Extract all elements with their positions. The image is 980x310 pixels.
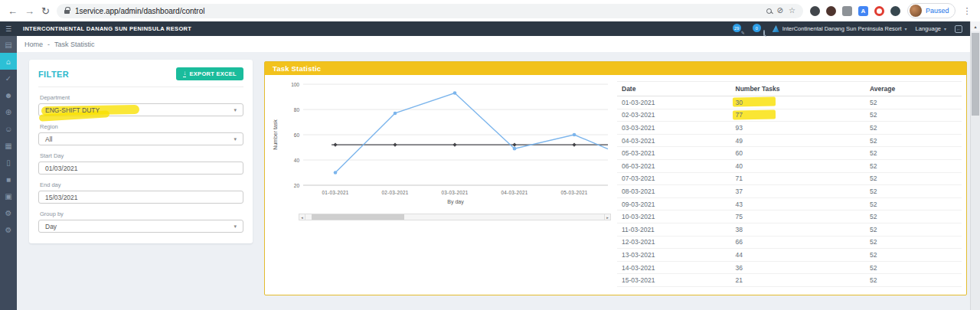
- translate-extension[interactable]: A: [858, 6, 868, 16]
- cell-date: 15-03-2021: [617, 274, 731, 287]
- forward-icon[interactable]: →: [24, 6, 34, 16]
- app-header: ☰ INTERCONTINENTAL DANANG SUN PENINSULA …: [0, 21, 970, 36]
- table-row: 07-03-20217152: [617, 172, 962, 185]
- sidebar-item-building[interactable]: ▦: [0, 137, 17, 154]
- cell-tasks: 37: [731, 185, 866, 198]
- svg-text:01-03-2021: 01-03-2021: [322, 190, 348, 195]
- sidebar-item-tasks-check[interactable]: ✓: [0, 70, 17, 86]
- bookmark-star-icon[interactable]: ☆: [789, 7, 795, 15]
- hotel-logo: [773, 25, 779, 32]
- table-row: 06-03-20214052: [617, 159, 962, 172]
- cell-date: 04-03-2021: [617, 134, 731, 147]
- sidebar-item-box[interactable]: ■: [0, 171, 17, 188]
- blocked-icon[interactable]: ⊘: [777, 7, 783, 15]
- filter-title: FILTER: [38, 70, 69, 79]
- browser-toolbar: ← → ↻ 1service.app/admin/dashboard/contr…: [0, 0, 980, 21]
- browser-menu-icon[interactable]: ⋮: [962, 6, 971, 16]
- page-scroll-thumb[interactable]: [972, 33, 979, 116]
- property-selector[interactable]: InterContinental Danang Sun Peninsula Re…: [773, 25, 907, 32]
- url-text[interactable]: 1service.app/admin/dashboard/control: [75, 7, 761, 15]
- tasks-value: 38: [736, 226, 743, 233]
- end-day-input[interactable]: 15/03/2021: [38, 191, 243, 204]
- main-content: FILTER ↓ EXPORT EXCEL DepartmentENG-SHIF…: [17, 52, 970, 310]
- profile-button[interactable]: Paused: [907, 3, 956, 18]
- cell-date: 05-03-2021: [617, 147, 731, 160]
- export-excel-button[interactable]: ↓ EXPORT EXCEL: [176, 67, 243, 80]
- hand-extension[interactable]: [826, 6, 836, 16]
- sidebar-item-device[interactable]: ▯: [0, 154, 17, 171]
- chart-scroll-thumb[interactable]: [312, 214, 404, 220]
- screen-extension[interactable]: [842, 6, 852, 16]
- cell-tasks: 75: [731, 210, 866, 224]
- chevron-down-icon: ▾: [234, 224, 237, 230]
- cell-average: 52: [865, 147, 962, 160]
- box-icon: ■: [6, 175, 11, 184]
- sidebar-item-user-add[interactable]: ☺: [0, 120, 17, 137]
- back-icon[interactable]: ←: [8, 6, 18, 16]
- chevron-down-icon: ▾: [905, 26, 907, 31]
- page-scrollbar[interactable]: ▴: [970, 21, 980, 310]
- sidebar-item-gears[interactable]: ⚙: [0, 204, 17, 221]
- control-value: All: [45, 135, 52, 143]
- control-value: Day: [45, 223, 57, 230]
- chevron-down-icon: ▾: [234, 136, 237, 142]
- cell-tasks: 71: [731, 172, 866, 185]
- cell-tasks: 93: [731, 122, 866, 135]
- breadcrumb: Home - Task Statistic: [17, 36, 970, 52]
- control-value: 15/03/2021: [45, 194, 78, 201]
- dashboard-list-icon: ▤: [5, 41, 11, 49]
- breadcrumb-home[interactable]: Home: [24, 41, 43, 48]
- field-label: Department: [40, 94, 243, 101]
- tasks-value: 66: [736, 238, 743, 246]
- sidebar-item-users[interactable]: ☻: [0, 86, 17, 103]
- device-icon: ▯: [6, 158, 11, 167]
- scroll-left-icon[interactable]: ◂: [299, 214, 305, 220]
- table-col-header: Date: [617, 82, 731, 96]
- tasks-value: 30: [736, 99, 743, 106]
- stats-table-wrap: DateNumber TasksAverage 01-03-2021305202…: [617, 78, 962, 287]
- property-name: InterContinental Danang Sun Peninsula Re…: [782, 25, 902, 32]
- adblock-extension[interactable]: [874, 6, 884, 16]
- sidebar-item-home[interactable]: ⌂: [0, 53, 17, 70]
- search-icon: [763, 30, 765, 36]
- chart-scroll-track[interactable]: [305, 214, 604, 220]
- chart-scrollbar[interactable]: ◂ ▸: [299, 214, 611, 220]
- cell-tasks: 21: [731, 274, 866, 287]
- department-select[interactable]: ENG-SHIFT DUTY▾: [38, 103, 243, 116]
- sidebar-item-calendar[interactable]: ▣: [0, 188, 17, 204]
- control-value: ENG-SHIFT DUTY: [45, 106, 100, 114]
- language-selector[interactable]: Language ▾: [916, 25, 946, 32]
- cell-average: 52: [865, 185, 962, 198]
- control-value: 01/03/2021: [45, 165, 78, 172]
- cell-date: 07-03-2021: [617, 172, 731, 185]
- table-header-row: DateNumber TasksAverage: [617, 82, 962, 96]
- tasks-value: 36: [736, 264, 743, 272]
- puzzle-extension[interactable]: [890, 6, 900, 16]
- scroll-up-icon[interactable]: ▴: [971, 21, 980, 31]
- chat-notifications-button[interactable]: 29 ✎: [733, 24, 744, 34]
- logout-icon[interactable]: ←: [955, 25, 962, 33]
- group-by-select[interactable]: Day▾: [38, 220, 243, 233]
- building-icon: ▦: [5, 142, 11, 150]
- table-row: 05-03-20216052: [617, 147, 962, 160]
- region-select[interactable]: All▾: [38, 132, 243, 145]
- sidebar-item-dashboard-list[interactable]: ▤: [0, 36, 17, 53]
- svg-text:04-03-2021: 04-03-2021: [501, 190, 528, 195]
- search-notifications-button[interactable]: 0: [753, 24, 764, 34]
- filter-field: Group byDay▾: [38, 210, 243, 233]
- calendar-icon: ▣: [5, 192, 11, 201]
- zoom-icon[interactable]: [766, 8, 772, 14]
- gears-icon: ⚙: [5, 209, 12, 217]
- cell-tasks: 77: [731, 109, 866, 122]
- hamburger-icon[interactable]: ☰: [0, 25, 17, 33]
- address-bar[interactable]: 1service.app/admin/dashboard/control ⊘ ☆: [57, 4, 803, 18]
- sidebar-item-settings-gear[interactable]: ⚙: [0, 221, 17, 238]
- cell-date: 12-03-2021: [617, 236, 731, 249]
- reload-icon[interactable]: ↻: [41, 6, 50, 16]
- cell-tasks: 43: [731, 197, 866, 210]
- scroll-right-icon[interactable]: ▸: [604, 214, 611, 220]
- start-day-input[interactable]: 01/03/2021: [38, 162, 243, 175]
- sidebar-item-globe[interactable]: ⊕: [0, 103, 17, 120]
- cell-tasks: 38: [731, 223, 866, 236]
- circle-extension[interactable]: [810, 6, 820, 16]
